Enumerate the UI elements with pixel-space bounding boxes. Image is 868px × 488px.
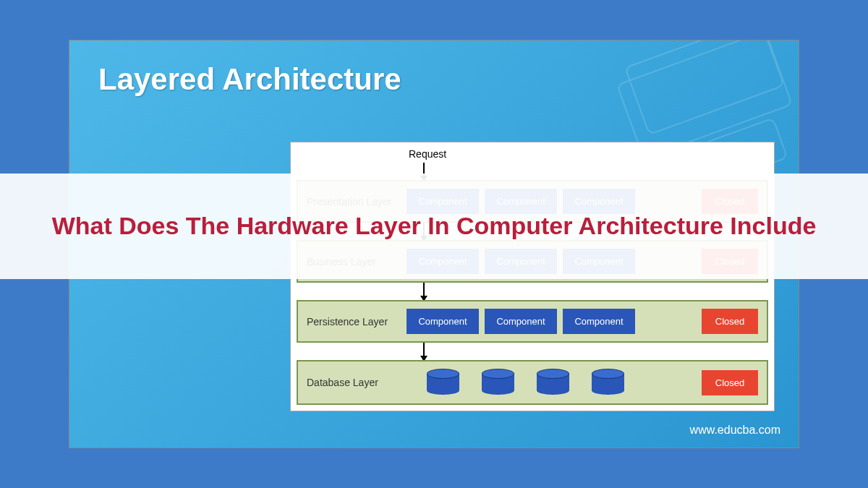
overlay-title: What Does The Hardware Layer In Computer… <box>52 209 817 244</box>
request-label: Request <box>409 148 768 160</box>
closed-badge: Closed <box>702 370 758 395</box>
persistence-layer: Persistence Layer Component Component Co… <box>297 300 768 343</box>
arrow-icon <box>423 343 425 359</box>
closed-badge: Closed <box>702 309 758 334</box>
component-box: Component <box>485 309 557 334</box>
database-cylinder-icon <box>592 369 624 396</box>
layer-label: Database Layer <box>307 377 401 388</box>
database-cylinder-icon <box>427 369 459 396</box>
layer-label: Persistence Layer <box>307 316 401 328</box>
watermark: www.educba.com <box>690 424 780 437</box>
database-cylinder-icon <box>482 369 514 396</box>
overlay-band: What Does The Hardware Layer In Computer… <box>0 174 868 279</box>
arrow-icon <box>423 283 425 299</box>
database-layer: Database Layer Closed <box>297 360 768 405</box>
database-cylinder-icon <box>537 369 569 396</box>
component-box: Component <box>407 309 479 334</box>
component-box: Component <box>563 309 635 334</box>
